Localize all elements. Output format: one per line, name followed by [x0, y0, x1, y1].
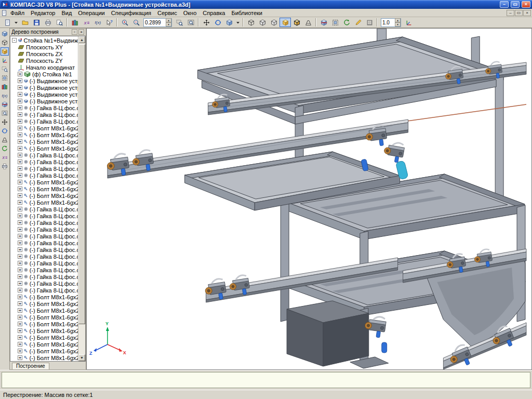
tree-expander[interactable]: + — [18, 261, 22, 265]
tree-item-plane[interactable]: Плоскость ZX — [10, 50, 78, 57]
tree-item-nut[interactable]: +(-) Гайка 8-Ц.фос.окс.-ОСТ 1 1 — [10, 152, 78, 158]
menu-item[interactable]: Операции — [75, 10, 108, 16]
mdi-restore-button[interactable]: ▭ — [515, 10, 523, 16]
tree-expander[interactable]: + — [18, 72, 22, 76]
open-document-button[interactable] — [19, 18, 31, 27]
panel-surfaces-button[interactable] — [1, 47, 9, 56]
grid-button[interactable] — [364, 18, 375, 27]
tree-scrollbar[interactable]: ▲ ▼ — [78, 36, 85, 361]
document-icon[interactable] — [1, 10, 7, 16]
tree-expander[interactable]: + — [18, 335, 22, 340]
tree-expander[interactable]: + — [18, 247, 22, 252]
simplified-display-button[interactable] — [329, 18, 341, 27]
tree-item-bolt[interactable]: +(-) Болт М8х1-6gх20.109.30ХГС — [10, 199, 78, 206]
tree-expander[interactable]: + — [18, 153, 22, 157]
panel-zoom-button[interactable] — [1, 109, 9, 117]
spinner-up-icon[interactable]: ▲ — [166, 18, 171, 22]
tree-item-nut[interactable]: +(-) Гайка 8-Ц.фос.окс.-ОСТ 1 1 — [10, 212, 78, 219]
display-hidden-removed-button[interactable] — [257, 18, 268, 27]
tree-expander[interactable]: + — [18, 349, 22, 353]
mdi-minimize-button[interactable]: – — [507, 10, 514, 16]
tree-expander[interactable]: + — [18, 281, 22, 286]
display-perspective-button[interactable] — [302, 18, 314, 27]
message-field[interactable] — [2, 372, 530, 388]
tree-item-unit[interactable]: +(-) Выдвижное устройство (вер — [10, 84, 78, 91]
tree-expander[interactable]: + — [18, 187, 22, 191]
menu-item[interactable]: Окно — [180, 10, 200, 16]
tree-expander[interactable]: + — [18, 200, 22, 205]
menu-item[interactable]: Редактор — [28, 10, 58, 16]
section-display-button[interactable] — [318, 18, 329, 27]
tree-expander[interactable]: + — [18, 274, 22, 279]
restore-button[interactable]: ▭ — [511, 1, 520, 8]
library-manager-button[interactable] — [69, 18, 81, 27]
tree-item-bolt[interactable]: +(-) Болт М8х1-6gх20.109.30ХГС — [10, 321, 78, 327]
tree-item-bolt[interactable]: +(-) Болт М8х1-6gх20.109.30ХГС — [10, 145, 78, 152]
tree-item-bolt[interactable]: +(-) Болт М8х1-6gх20.109.30ХГС — [10, 314, 78, 321]
tree-expander[interactable]: + — [18, 254, 22, 259]
tree-item-nut[interactable]: +(-) Гайка 8-Ц.фос.окс.-ОСТ 1 1 — [10, 158, 78, 165]
tree-item-bolt[interactable]: +(-) Болт М8х1-6gх20.109.30ХГС — [10, 179, 78, 185]
spinner-down-icon[interactable]: ▼ — [395, 22, 401, 26]
panel-aux-geometry-button[interactable] — [1, 56, 9, 64]
tree-item-bolt[interactable]: +(-) Болт М8х1-6gх20.109.30ХГС — [10, 300, 78, 307]
tree-item-bolt[interactable]: +(-) Болт М8х1-6gх20.109.30ХГС — [10, 327, 78, 334]
tree-item-origin[interactable]: Начало координат — [10, 64, 78, 71]
step-value-spinner[interactable]: ▲▼ — [395, 18, 401, 26]
tree-expander[interactable]: + — [18, 180, 22, 184]
tree-expander[interactable]: + — [18, 227, 22, 232]
tree-item-bolt[interactable]: +(-) Болт М8х1-6gх20.109.30ХГС — [10, 192, 78, 199]
print-button[interactable] — [42, 18, 54, 27]
tree-item-nut[interactable]: +(-) Гайка 8-Ц.фос.окс.-ОСТ 1 1 — [10, 165, 78, 172]
tree-item-plane[interactable]: Плоскость ZY — [10, 57, 78, 64]
sketch-button[interactable] — [352, 18, 364, 27]
tree-item-nut[interactable]: +(-) Гайка 8-Ц.фос.окс.-ОСТ 1 1 — [10, 226, 78, 233]
tree-item-bolt[interactable]: +(-) Болт М8х1-6gх20.109.30ХГС — [10, 354, 78, 361]
tree-item-bolt[interactable]: +(-) Болт М8х1-6gх20.109.30ХГС — [10, 348, 78, 354]
tree-item-nut[interactable]: +(-) Гайка 8-Ц.фос.окс.-ОСТ 1 1 — [10, 287, 78, 294]
rotate-view-button[interactable] — [212, 18, 223, 27]
tree-expander[interactable]: + — [18, 92, 22, 97]
panel-rotate-button[interactable] — [1, 127, 9, 135]
scroll-up-icon[interactable]: ▲ — [78, 36, 85, 43]
expressions-button[interactable]: f(x) — [92, 18, 103, 27]
tree-item-nut[interactable]: +(-) Гайка 8-Ц.фос.окс.-ОСТ 1 1 — [10, 206, 78, 212]
tree-item-nut[interactable]: +(-) Гайка 8-Ц.фос.окс.-ОСТ 1 1 — [10, 246, 78, 253]
pin-icon[interactable]: ▫ — [72, 29, 77, 35]
tree-item-unit[interactable]: +(-) Выдвижное устройство (ни — [10, 91, 78, 98]
tree-expander[interactable]: + — [18, 166, 22, 171]
tree-item-nut[interactable]: +(-) Гайка 8-Ц.фос.окс.-ОСТ 1 1 — [10, 267, 78, 273]
save-document-button[interactable] — [31, 18, 42, 27]
close-icon[interactable]: × — [78, 29, 84, 35]
tree-item-part[interactable]: +(ф) Стойка №1 — [10, 71, 78, 77]
tree-expander[interactable]: + — [18, 295, 22, 299]
tree-item-nut[interactable]: +(-) Гайка 8-Ц.фос.окс.-ОСТ 1 1 — [10, 118, 78, 125]
tree-item-unit[interactable]: +(-) Выдвижное устройство (ни — [10, 98, 78, 104]
new-document-dropdown-button[interactable] — [13, 18, 19, 27]
menu-item[interactable]: Справка — [200, 10, 228, 16]
panel-variables-button[interactable]: x — [1, 153, 9, 162]
tree-expander[interactable]: + — [18, 126, 22, 130]
tree-expander[interactable]: + — [18, 207, 22, 211]
zoom-out-button[interactable] — [130, 18, 142, 27]
tree-item-bolt[interactable]: +(-) Болт М8х1-6gх20.109.30ХГС — [10, 185, 78, 192]
tree-expander[interactable]: + — [18, 234, 22, 238]
spinner-up-icon[interactable]: ▲ — [395, 18, 401, 22]
panel-filters-button[interactable] — [1, 74, 9, 82]
tree-expander[interactable]: + — [18, 268, 22, 272]
tree-item-nut[interactable]: +(-) Гайка 8-Ц.фос.окс.-ОСТ 1 1 — [10, 260, 78, 267]
panel-pan-button[interactable] — [1, 118, 9, 126]
tree-item-bolt[interactable]: +(-) Болт М8х1-6gх20.109.30ХГС — [10, 125, 78, 131]
tree-item-nut[interactable]: +(-) Гайка 8-Ц.фос.окс.-ОСТ 1 1 — [10, 253, 78, 260]
panel-print-button[interactable] — [1, 162, 9, 170]
tree-item-nut[interactable]: +(-) Гайка 8-Ц.фос.окс.-ОСТ 1 1 — [10, 240, 78, 246]
menu-item[interactable]: Библиотеки — [228, 10, 265, 16]
rebuild-model-button[interactable] — [341, 18, 352, 27]
tree-expander[interactable]: + — [18, 139, 22, 144]
zoom-value[interactable] — [144, 19, 166, 26]
tree-item-bolt[interactable]: +(-) Болт М8х1-6gх20.109.30ХГС — [10, 341, 78, 348]
minimize-button[interactable]: – — [500, 1, 509, 8]
orientation-axes-button[interactable] — [403, 18, 414, 27]
panel-perspective-button[interactable] — [1, 136, 9, 144]
tree-expander[interactable]: + — [18, 105, 22, 110]
